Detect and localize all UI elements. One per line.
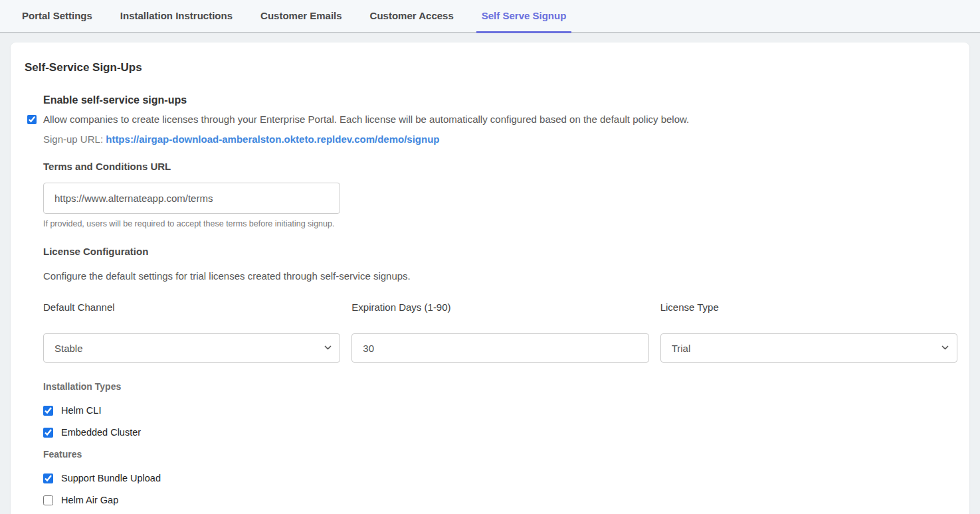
signup-url-label: Sign-up URL:: [43, 133, 103, 145]
expiration-days-label: Expiration Days (1-90): [351, 301, 648, 313]
enable-signups-description: Allow companies to create licenses throu…: [43, 114, 955, 125]
terms-url-helper: If provided, users will be required to a…: [43, 219, 955, 228]
terms-url-input[interactable]: [43, 183, 340, 214]
tab-customer-emails[interactable]: Customer Emails: [255, 0, 347, 33]
helm-air-gap-label: Helm Air Gap: [61, 495, 118, 505]
license-config-description: Configure the default settings for trial…: [43, 270, 955, 282]
default-channel-select[interactable]: Stable: [43, 333, 340, 363]
helm-air-gap-option[interactable]: Helm Air Gap: [43, 495, 955, 505]
tab-customer-access[interactable]: Customer Access: [365, 0, 459, 33]
features-heading: Features: [43, 449, 955, 460]
expiration-days-input[interactable]: [351, 333, 648, 363]
terms-url-label: Terms and Conditions URL: [43, 161, 955, 172]
embedded-cluster-label: Embedded Cluster: [61, 427, 141, 438]
helm-air-gap-checkbox[interactable]: [43, 495, 53, 505]
tab-installation-instructions[interactable]: Installation Instructions: [115, 0, 238, 33]
helm-cli-label: Helm CLI: [61, 405, 101, 416]
support-bundle-upload-checkbox[interactable]: [43, 473, 53, 483]
license-config-heading: License Configuration: [43, 246, 955, 257]
embedded-cluster-checkbox[interactable]: [43, 428, 53, 438]
enable-signups-heading: Enable self-service sign-ups: [43, 94, 955, 106]
signup-url-link[interactable]: https://airgap-download-amberalston.okte…: [106, 133, 439, 145]
license-type-label: License Type: [660, 301, 957, 313]
embedded-cluster-option[interactable]: Embedded Cluster: [43, 427, 955, 438]
support-bundle-upload-label: Support Bundle Upload: [61, 473, 161, 483]
installation-types-heading: Installation Types: [43, 381, 955, 392]
default-channel-label: Default Channel: [43, 301, 340, 313]
license-type-select[interactable]: Trial: [660, 333, 957, 363]
helm-cli-option[interactable]: Helm CLI: [43, 405, 955, 416]
tab-portal-settings[interactable]: Portal Settings: [17, 0, 98, 33]
helm-cli-checkbox[interactable]: [43, 406, 53, 416]
self-serve-signup-panel: Self-Service Sign-Ups Enable self-servic…: [11, 43, 969, 514]
settings-tabbar: Portal Settings Installation Instruction…: [0, 0, 980, 33]
enable-signups-checkbox[interactable]: [27, 115, 37, 124]
signup-url-line: Sign-up URL: https://airgap-download-amb…: [43, 133, 955, 145]
tab-self-serve-signup[interactable]: Self Serve Signup: [476, 0, 572, 33]
page-title: Self-Service Sign-Ups: [25, 61, 955, 74]
support-bundle-upload-option[interactable]: Support Bundle Upload: [43, 473, 955, 483]
